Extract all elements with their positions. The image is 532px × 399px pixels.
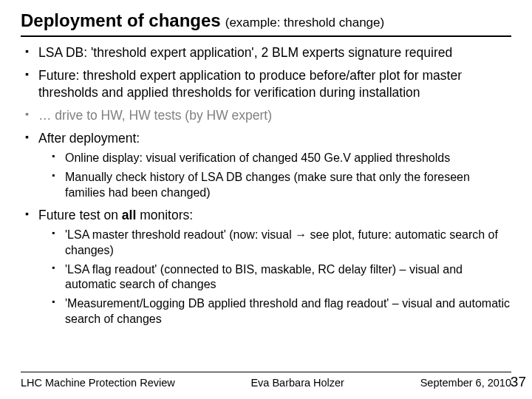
sub-bullet-text: 'Measurement/Logging DB applied threshol… <box>65 297 510 325</box>
bullet-item: After deployment: Online display: visual… <box>25 130 511 200</box>
bullet-text-pre: Future test on <box>38 208 122 222</box>
bullet-text: After deployment: <box>38 131 140 146</box>
sub-bullet-item: 'LSA flag readout' (connected to BIS, ma… <box>52 262 511 293</box>
sub-bullet-list: Online display: visual verification of c… <box>38 151 511 200</box>
footer: LHC Machine Protection Review Eva Barbar… <box>0 372 532 389</box>
sub-bullet-list: 'LSA master threshold readout' (now: vis… <box>38 228 511 327</box>
title-main: Deployment of changes <box>21 10 221 31</box>
sub-bullet-item: Online display: visual verification of c… <box>52 151 511 166</box>
bullet-item-gray: … drive to HW, HW tests (by HW expert) <box>25 107 511 124</box>
slide-title: Deployment of changes (example: threshol… <box>21 10 511 31</box>
bullet-text-post: monitors: <box>136 208 193 222</box>
bullet-text-bold: all <box>122 208 136 222</box>
sub-bullet-text: 'LSA flag readout' (connected to BIS, ma… <box>65 263 463 291</box>
sub-bullet-text: Online display: visual verification of c… <box>65 151 450 164</box>
sub-bullet-text-pre: 'LSA master threshold readout' (now: vis… <box>65 228 295 241</box>
title-sub: (example: threshold change) <box>225 16 384 30</box>
footer-row: LHC Machine Protection Review Eva Barbar… <box>21 377 511 389</box>
footer-right: September 6, 2010 <box>420 377 511 389</box>
sub-bullet-text: Manually check history of LSA DB changes… <box>65 171 470 199</box>
slide: Deployment of changes (example: threshol… <box>0 0 532 399</box>
bullet-item: Future: threshold expert application to … <box>25 67 511 101</box>
sub-bullet-item: Manually check history of LSA DB changes… <box>52 170 511 201</box>
bullet-item: LSA DB: 'threshold expert application', … <box>25 44 511 61</box>
page-number: 37 <box>511 374 526 390</box>
sub-bullet-item: 'Measurement/Logging DB applied threshol… <box>52 296 511 327</box>
bullet-text: … drive to HW, HW tests (by HW expert) <box>38 108 272 123</box>
arrow-icon: → <box>295 228 307 241</box>
bullet-item: Future test on all monitors: 'LSA master… <box>25 207 511 327</box>
bullet-text: Future: threshold expert application to … <box>38 68 462 100</box>
footer-divider <box>21 372 511 372</box>
footer-left: LHC Machine Protection Review <box>21 377 175 389</box>
bullet-list: LSA DB: 'threshold expert application', … <box>21 44 511 327</box>
title-divider <box>21 35 511 37</box>
bullet-text: LSA DB: 'threshold expert application', … <box>38 45 452 60</box>
footer-center: Eva Barbara Holzer <box>175 377 420 389</box>
sub-bullet-item: 'LSA master threshold readout' (now: vis… <box>52 228 511 259</box>
